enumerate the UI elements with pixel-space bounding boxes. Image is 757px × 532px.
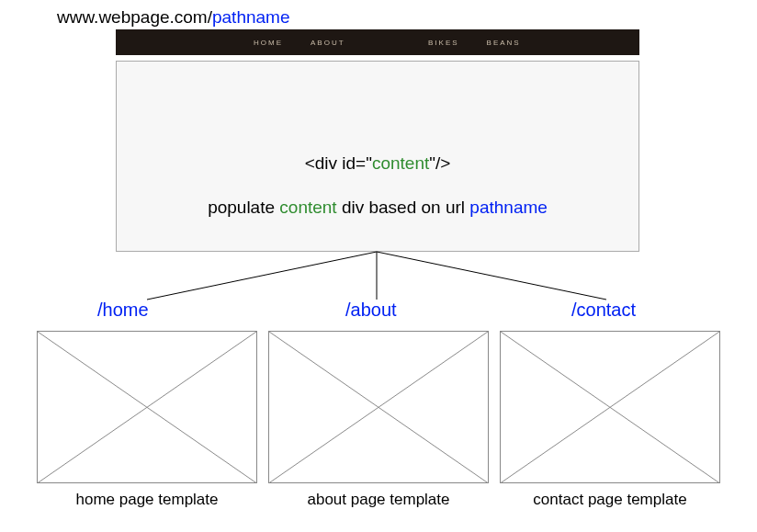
code-id: content (372, 153, 429, 173)
url-base: www.webpage.com/ (57, 7, 212, 27)
svg-line-0 (147, 252, 377, 300)
desc-pathname: pathname (469, 198, 548, 217)
url-pathname: pathname (212, 7, 290, 27)
description: populate content div based on url pathna… (117, 198, 638, 218)
nav-home[interactable]: HOME (254, 39, 283, 47)
caption-home: home page template (37, 491, 257, 509)
content-area: <div id="content"/> populate content div… (116, 61, 639, 252)
nav-beans[interactable]: BEANS (487, 39, 521, 47)
route-label-contact: /contact (571, 300, 636, 321)
template-placeholder-contact (500, 331, 720, 483)
navbar: HOME ABOUT BIKES BEANS (116, 29, 639, 55)
desc-p1: populate (208, 198, 279, 217)
nav-bikes[interactable]: BIKES (428, 39, 459, 47)
route-label-about: /about (345, 300, 397, 321)
svg-line-2 (377, 252, 606, 300)
caption-contact: contact page template (500, 491, 720, 509)
template-placeholder-about (268, 331, 489, 483)
code-open: <div id=" (305, 153, 372, 173)
code-snippet: <div id="content"/> (117, 153, 638, 174)
code-close: "/> (429, 153, 450, 173)
desc-content: content (279, 198, 336, 217)
route-label-home: /home (97, 300, 149, 321)
nav-about[interactable]: ABOUT (311, 39, 345, 47)
url-display: www.webpage.com/pathname (57, 7, 289, 28)
template-placeholder-home (37, 331, 257, 483)
caption-about: about page template (268, 491, 489, 509)
desc-p2: div based on url (337, 198, 470, 217)
